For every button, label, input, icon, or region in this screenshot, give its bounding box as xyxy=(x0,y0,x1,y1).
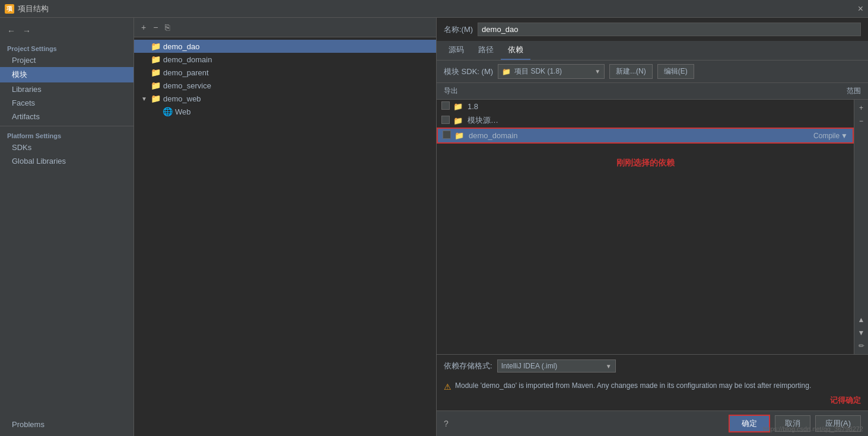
edit-button[interactable]: 编辑(E) xyxy=(657,64,694,79)
annotation-confirm: 记得确定 xyxy=(444,395,861,406)
name-input[interactable] xyxy=(478,23,861,36)
sidebar-nav: ← → xyxy=(0,23,133,42)
move-down-button[interactable]: ▼ xyxy=(857,327,866,339)
folder-icon: 📁 xyxy=(151,42,161,51)
dep-item-jdk[interactable]: 📁 1.8 xyxy=(437,100,854,113)
dep-checkbox[interactable] xyxy=(441,101,453,112)
module-tree: 📁 demo_dao 📁 demo_domain 📁 demo_parent 📁… xyxy=(134,37,436,436)
sidebar-item-global-libraries[interactable]: Global Libraries xyxy=(0,154,133,168)
project-settings-title: Project Settings xyxy=(0,42,133,53)
annotation-area: 刚刚选择的依赖 xyxy=(437,144,854,173)
folder-icon: 📁 xyxy=(151,94,161,103)
copy-module-button[interactable]: ⎘ xyxy=(163,21,172,33)
name-label: 名称:(M) xyxy=(444,24,473,35)
format-arrow-icon: ▼ xyxy=(606,363,612,370)
middle-toolbar: + − ⎘ xyxy=(134,18,436,37)
dep-area: 📁 1.8 📁 模块源… 📁 demo_domain xyxy=(437,100,868,354)
source-icon: 📁 xyxy=(453,116,465,125)
scope-arrow-icon: ▼ xyxy=(841,132,848,140)
name-row: 名称:(M) xyxy=(437,18,868,41)
sidebar-item-artifacts[interactable]: Artifacts xyxy=(0,110,133,123)
dep-format-row: 依赖存储格式: IntelliJ IDEA (.iml) ▼ xyxy=(444,359,861,373)
sidebar-item-sdks[interactable]: SDKs xyxy=(0,141,133,154)
format-label: 依赖存储格式: xyxy=(444,361,492,371)
sdk-select[interactable]: 📁 项目 SDK (1.8) ▼ xyxy=(498,64,605,79)
annotation-text: 刚刚选择的依赖 xyxy=(437,153,854,173)
tab-sources[interactable]: 源码 xyxy=(441,41,471,60)
remove-dep-button[interactable]: − xyxy=(858,115,864,127)
dep-checkbox[interactable] xyxy=(441,116,453,126)
tree-item-demo-service[interactable]: 📁 demo_service xyxy=(134,79,436,92)
dep-item-demo-domain[interactable]: 📁 demo_domain Compile ▼ xyxy=(437,128,854,144)
warning-text: Module 'demo_dao' is imported from Maven… xyxy=(455,381,861,391)
sdk-arrow-icon: ▼ xyxy=(594,68,600,75)
format-value: IntelliJ IDEA (.iml) xyxy=(501,362,603,370)
dep-list: 📁 1.8 📁 模块源… 📁 demo_domain xyxy=(437,100,854,354)
tree-item-demo-domain[interactable]: 📁 demo_domain xyxy=(134,53,436,66)
dep-checkbox[interactable] xyxy=(443,131,454,141)
app-icon: 项 xyxy=(5,4,14,14)
dep-scope-dropdown[interactable]: Compile ▼ xyxy=(788,132,848,140)
web-icon: 🌐 xyxy=(163,107,173,116)
folder-icon: 📁 xyxy=(151,55,161,64)
move-up-button[interactable]: ▲ xyxy=(857,314,866,326)
middle-panel: + − ⎘ 📁 demo_dao 📁 demo_domain 📁 demo_pa… xyxy=(134,18,437,436)
help-button[interactable]: ? xyxy=(444,419,449,428)
module-icon: 📁 xyxy=(454,131,466,140)
tree-item-demo-dao[interactable]: 📁 demo_dao xyxy=(134,40,436,53)
main-layout: ← → Project Settings Project 模块 Librarie… xyxy=(0,18,868,436)
export-col-header: 导出 xyxy=(441,85,804,97)
sidebar-item-problems[interactable]: Problems xyxy=(0,418,133,431)
format-select[interactable]: IntelliJ IDEA (.iml) ▼ xyxy=(497,359,616,373)
sidebar-item-libraries[interactable]: Libraries xyxy=(0,82,133,96)
back-button[interactable]: ← xyxy=(5,25,18,37)
close-button[interactable]: × xyxy=(858,4,863,14)
title-bar: 项 项目结构 × xyxy=(0,0,868,18)
tree-item-demo-parent[interactable]: 📁 demo_parent xyxy=(134,66,436,79)
tab-paths[interactable]: 路径 xyxy=(471,41,501,60)
jdk-icon: 📁 xyxy=(453,102,465,111)
url-watermark: https://blog.csdn.net/qq_36798272 xyxy=(763,425,863,432)
sdk-value: 项目 SDK (1.8) xyxy=(514,66,592,77)
dep-item-source[interactable]: 📁 模块源… xyxy=(437,113,854,128)
folder-icon: 📁 xyxy=(151,81,161,90)
sdk-toolbar: 模块 SDK: (M) 📁 项目 SDK (1.8) ▼ 新建...(N) 编辑… xyxy=(437,61,868,83)
right-tabs: 源码 路径 依赖 xyxy=(437,41,868,61)
title-bar-left: 项 项目结构 xyxy=(5,4,49,14)
warning-icon: ⚠ xyxy=(444,382,452,392)
sidebar-item-project[interactable]: Project xyxy=(0,53,133,67)
scope-col-header: 范围 xyxy=(804,85,863,97)
remove-module-button[interactable]: − xyxy=(151,21,160,33)
tab-deps[interactable]: 依赖 xyxy=(501,41,530,60)
tree-item-web[interactable]: 🌐 Web xyxy=(134,105,436,118)
platform-settings-title: Platform Settings xyxy=(0,129,133,141)
bottom-section: 依赖存储格式: IntelliJ IDEA (.iml) ▼ ⚠ Module … xyxy=(437,354,868,410)
right-side-buttons: + − ▲ ▼ ✏ xyxy=(854,100,868,354)
new-button[interactable]: 新建...(N) xyxy=(609,64,653,79)
window-title: 项目结构 xyxy=(18,4,49,14)
right-panel: 名称:(M) 源码 路径 依赖 模块 SDK: (M) 📁 项目 SDK (1.… xyxy=(437,18,868,436)
dep-table-header: 导出 范围 xyxy=(437,83,868,100)
edit-dep-button[interactable]: ✏ xyxy=(857,340,866,352)
sidebar-divider xyxy=(0,126,133,126)
add-dep-button[interactable]: + xyxy=(858,102,864,114)
tree-item-demo-web[interactable]: ▼ 📁 demo_web xyxy=(134,92,436,105)
sidebar-item-facets[interactable]: Facets xyxy=(0,96,133,110)
folder-icon: 📁 xyxy=(151,68,161,77)
sdk-label: 模块 SDK: (M) xyxy=(444,66,493,77)
warning-row: ⚠ Module 'demo_dao' is imported from Mav… xyxy=(444,377,861,395)
add-module-button[interactable]: + xyxy=(139,21,148,33)
forward-button[interactable]: → xyxy=(20,25,33,37)
sidebar: ← → Project Settings Project 模块 Librarie… xyxy=(0,18,134,436)
sidebar-item-module[interactable]: 模块 xyxy=(0,67,133,82)
